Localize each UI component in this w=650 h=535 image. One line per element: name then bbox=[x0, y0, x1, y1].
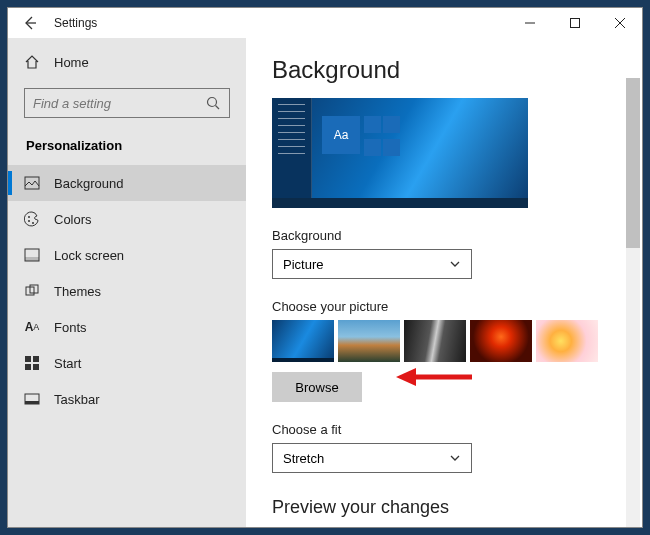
window-controls bbox=[507, 8, 642, 38]
taskbar-icon bbox=[24, 391, 40, 407]
sidebar-item-taskbar[interactable]: Taskbar bbox=[8, 381, 246, 417]
section-preview-changes: Preview your changes bbox=[272, 497, 642, 518]
category-header: Personalization bbox=[8, 132, 246, 165]
fit-select[interactable]: Stretch bbox=[272, 443, 472, 473]
back-button[interactable] bbox=[8, 8, 52, 38]
maximize-button[interactable] bbox=[552, 8, 597, 38]
app-title: Settings bbox=[54, 16, 97, 30]
sidebar-item-label: Themes bbox=[54, 284, 101, 299]
sidebar-item-background[interactable]: Background bbox=[8, 165, 246, 201]
svg-rect-15 bbox=[33, 364, 39, 370]
palette-icon bbox=[24, 211, 40, 227]
home-icon bbox=[24, 54, 40, 70]
maximize-icon bbox=[570, 18, 580, 28]
background-select[interactable]: Picture bbox=[272, 249, 472, 279]
sidebar-item-label: Fonts bbox=[54, 320, 87, 335]
preview-sample-tile: Aa bbox=[322, 116, 360, 154]
background-label: Background bbox=[272, 228, 642, 243]
sidebar-item-lockscreen[interactable]: Lock screen bbox=[8, 237, 246, 273]
sidebar: Home Personalization Background Colors L… bbox=[8, 38, 246, 527]
lockscreen-icon bbox=[24, 247, 40, 263]
picture-thumb-1[interactable] bbox=[272, 320, 334, 362]
minimize-button[interactable] bbox=[507, 8, 552, 38]
svg-point-5 bbox=[28, 216, 30, 218]
sidebar-item-themes[interactable]: Themes bbox=[8, 273, 246, 309]
themes-icon bbox=[24, 283, 40, 299]
search-input[interactable] bbox=[33, 96, 205, 111]
sidebar-item-label: Background bbox=[54, 176, 123, 191]
sidebar-item-fonts[interactable]: AA Fonts bbox=[8, 309, 246, 345]
titlebar: Settings bbox=[8, 8, 642, 38]
svg-rect-14 bbox=[25, 364, 31, 370]
image-icon bbox=[24, 175, 40, 191]
svg-rect-9 bbox=[25, 257, 39, 261]
svg-rect-17 bbox=[25, 401, 39, 404]
close-icon bbox=[615, 18, 625, 28]
svg-rect-12 bbox=[25, 356, 31, 362]
sidebar-item-label: Taskbar bbox=[54, 392, 100, 407]
svg-point-2 bbox=[208, 98, 217, 107]
fonts-icon: AA bbox=[24, 319, 40, 335]
fit-select-value: Stretch bbox=[283, 451, 324, 466]
chevron-down-icon bbox=[449, 452, 461, 464]
svg-line-3 bbox=[216, 106, 220, 110]
picture-thumb-5[interactable] bbox=[536, 320, 598, 362]
search-box[interactable] bbox=[24, 88, 230, 118]
settings-window: Settings Home bbox=[7, 7, 643, 528]
start-icon bbox=[24, 355, 40, 371]
main-panel: Background Aa Background Picture bbox=[246, 38, 642, 527]
picture-thumb-4[interactable] bbox=[470, 320, 532, 362]
close-button[interactable] bbox=[597, 8, 642, 38]
sidebar-item-label: Lock screen bbox=[54, 248, 124, 263]
chevron-down-icon bbox=[449, 258, 461, 270]
preview-image: Aa bbox=[272, 98, 528, 208]
home-nav[interactable]: Home bbox=[8, 46, 246, 78]
svg-point-7 bbox=[32, 222, 34, 224]
scrollbar[interactable] bbox=[626, 78, 640, 527]
arrow-left-icon bbox=[22, 15, 38, 31]
search-icon bbox=[205, 95, 221, 111]
picture-thumb-2[interactable] bbox=[338, 320, 400, 362]
choose-picture-label: Choose your picture bbox=[272, 299, 642, 314]
picture-thumbnails bbox=[272, 320, 642, 362]
svg-marker-19 bbox=[396, 368, 416, 386]
sidebar-item-colors[interactable]: Colors bbox=[8, 201, 246, 237]
scrollbar-thumb[interactable] bbox=[626, 78, 640, 248]
page-title: Background bbox=[272, 56, 642, 84]
picture-thumb-3[interactable] bbox=[404, 320, 466, 362]
fit-label: Choose a fit bbox=[272, 422, 642, 437]
sidebar-item-start[interactable]: Start bbox=[8, 345, 246, 381]
svg-rect-1 bbox=[570, 19, 579, 28]
minimize-icon bbox=[525, 18, 535, 28]
browse-button[interactable]: Browse bbox=[272, 372, 362, 402]
sidebar-item-label: Colors bbox=[54, 212, 92, 227]
home-label: Home bbox=[54, 55, 89, 70]
annotation-arrow-icon bbox=[394, 364, 474, 390]
svg-point-6 bbox=[28, 220, 30, 222]
background-select-value: Picture bbox=[283, 257, 323, 272]
svg-rect-13 bbox=[33, 356, 39, 362]
content-area: Home Personalization Background Colors L… bbox=[8, 38, 642, 527]
sidebar-item-label: Start bbox=[54, 356, 81, 371]
